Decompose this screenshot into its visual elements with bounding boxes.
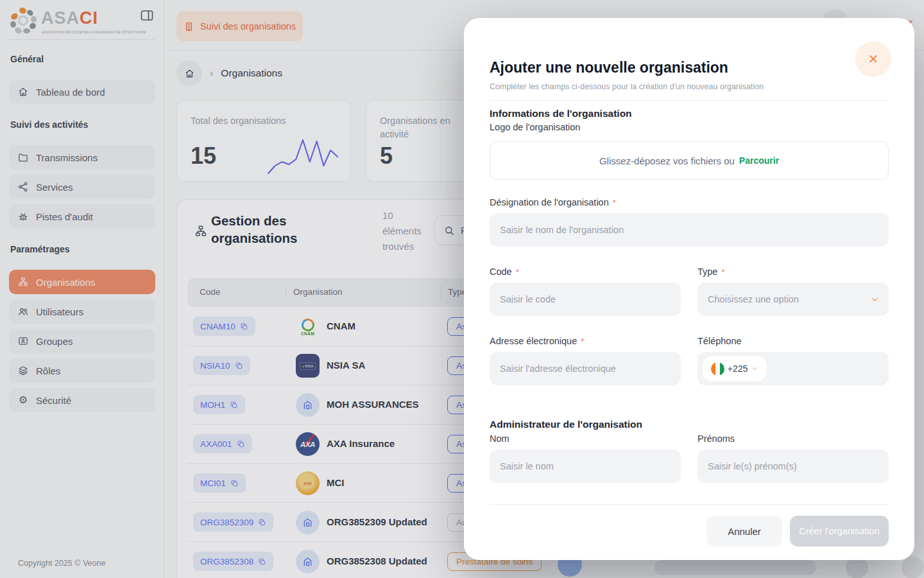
logo-label: Logo de l'organisation xyxy=(490,122,580,132)
code-field[interactable] xyxy=(490,283,681,316)
lastname-label: Nom xyxy=(490,434,509,444)
modal-divider xyxy=(490,100,889,101)
firstname-field[interactable] xyxy=(697,450,889,483)
phone-label: Téléphone xyxy=(697,336,742,346)
logo-dropzone[interactable]: Glissez-déposez vos fichiers ou Parcouri… xyxy=(490,141,889,180)
add-organisation-modal: Ajouter une nouvelle organisation Complé… xyxy=(464,18,914,560)
modal-subtitle: Compléter les champs ci-dessous pour la … xyxy=(490,82,764,91)
browse-link[interactable]: Parcourir xyxy=(739,155,779,166)
lastname-field[interactable] xyxy=(490,450,681,483)
email-label: Adresse électronique* xyxy=(490,336,584,346)
chevron-down-icon xyxy=(870,295,880,304)
type-label: Type* xyxy=(697,267,725,277)
firstname-label: Prénoms xyxy=(697,434,735,444)
cancel-button[interactable]: Annuler xyxy=(706,516,782,547)
section-org-admin: Administrateur de l'organisation xyxy=(490,419,642,430)
designation-field[interactable] xyxy=(490,213,889,247)
chevron-down-icon xyxy=(751,365,758,372)
email-field[interactable] xyxy=(490,352,681,385)
section-org-info: Informations de l'organisation xyxy=(490,108,632,119)
dial-code-select[interactable]: +225 xyxy=(703,356,767,381)
designation-label: Désignation de l'organisation* xyxy=(490,197,616,207)
close-icon[interactable]: ✕ xyxy=(855,41,891,77)
modal-footer-divider xyxy=(490,504,889,505)
type-select[interactable]: Choisissez une option xyxy=(697,283,889,316)
cote-divoire-flag-icon xyxy=(711,362,724,376)
modal-title: Ajouter une nouvelle organisation xyxy=(490,59,728,76)
phone-field[interactable]: +225 xyxy=(697,352,889,385)
code-label: Code* xyxy=(490,267,519,277)
create-organisation-button[interactable]: Créer l'organisation xyxy=(790,516,889,547)
